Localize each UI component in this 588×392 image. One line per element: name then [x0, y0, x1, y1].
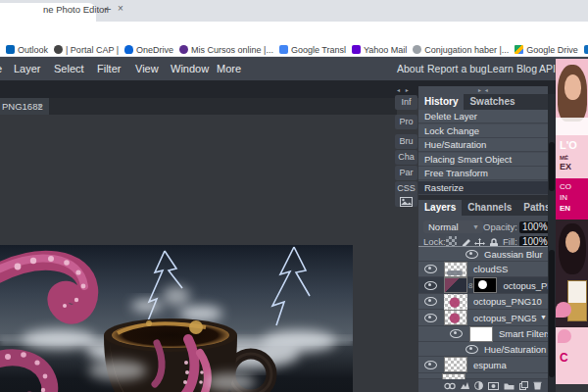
layer-thumbnail[interactable] — [444, 294, 467, 310]
link-report-a-bug[interactable]: Report a bug — [427, 57, 487, 80]
link-learn[interactable]: Learn — [487, 57, 514, 80]
layer-thumbnail[interactable] — [444, 262, 467, 277]
panel-collapse-arrows-icon[interactable]: ▸ ◂ — [478, 86, 489, 93]
ad-footer-text: C — [560, 351, 568, 365]
bookmark-mis-cursos[interactable]: Mis Cursos online |... — [179, 45, 273, 55]
ad-model-face — [564, 74, 581, 100]
ad-band-line2: IN — [560, 193, 567, 202]
layer-thumbnail[interactable] — [444, 310, 467, 325]
visibility-eye-icon[interactable] — [424, 314, 437, 322]
strip-collapse-arrows-icon[interactable]: ◂ ▸ — [397, 86, 411, 93]
layer-thumbnail[interactable] — [444, 357, 467, 372]
visibility-eye-icon[interactable] — [424, 265, 437, 273]
layer-row-octopus-png10[interactable]: octopus_PNG10 — [418, 294, 548, 310]
history-step-rasterize[interactable]: Rasterize — [418, 181, 548, 195]
canvas-image[interactable] — [0, 245, 353, 392]
layer-row-espuma[interactable]: espuma — [418, 357, 548, 373]
lock-position-icon[interactable] — [474, 235, 485, 246]
mask-link-icon[interactable]: 8 — [468, 281, 472, 290]
panel-tab-histogram[interactable] — [395, 193, 417, 207]
panel-tab-character[interactable]: Cha — [395, 150, 417, 165]
ad-product-box — [567, 280, 587, 321]
visibility-eye-icon[interactable] — [424, 297, 437, 306]
browser-tab-strip: ne Photo Editor × + — [0, 0, 588, 22]
onedrive-icon — [124, 45, 133, 54]
history-step-lock-change[interactable]: Lock Change — [418, 124, 548, 138]
layer-row-octopus-png5[interactable]: octopus_PNG5 — [418, 310, 548, 326]
bookmark-outlook[interactable]: Outlook — [6, 45, 48, 55]
menu-filter[interactable]: Filter — [97, 57, 121, 80]
adjustment-layer-icon[interactable] — [474, 381, 483, 390]
layer-row-smart-filters[interactable]: Smart Filters — [418, 326, 548, 342]
bookmark-portal-cap[interactable]: | Portal CAP | — [54, 45, 119, 55]
visibility-eye-icon[interactable] — [450, 329, 463, 338]
tab-channels[interactable]: Channels — [462, 200, 517, 216]
link-blog[interactable]: Blog — [516, 57, 537, 80]
layer-row-cloudss[interactable]: cloudSS — [418, 262, 548, 277]
panel-tab-properties[interactable]: Pro — [395, 115, 417, 129]
visibility-eye-icon[interactable] — [424, 361, 437, 369]
menu-select[interactable]: Select — [54, 57, 84, 80]
advertisement[interactable]: L'O MÉ EX CO IN EN C — [556, 59, 588, 384]
lock-all-icon[interactable] — [489, 235, 500, 246]
ad-band: CO IN EN — [556, 178, 588, 220]
bookmark-google-drive[interactable]: Google Drive — [514, 45, 578, 55]
history-step-hue-saturation[interactable]: Hue/Saturation — [418, 138, 548, 152]
layers-opacity-label: Opacity: — [483, 221, 517, 232]
layer-row-octopus-png10-masked[interactable]: 8 octopus_PNG10 — [418, 277, 548, 294]
panel-tab-paragraph[interactable]: Par — [395, 166, 417, 180]
image-icon — [400, 197, 413, 207]
visibility-eye-icon[interactable] — [466, 345, 478, 354]
bookmark-conjugation[interactable]: Conjugation haber |... — [413, 45, 509, 55]
new-group-icon[interactable] — [504, 382, 514, 390]
layers-scrollbar-thumb[interactable] — [549, 250, 555, 377]
document-tab-close-icon[interactable]: × — [37, 98, 42, 115]
tab-layers[interactable]: Layers — [418, 200, 462, 216]
bookmark-google-translate[interactable]: Google Transl — [279, 45, 346, 55]
lock-pixels-icon[interactable] — [461, 235, 471, 246]
layer-style-icon[interactable] — [461, 381, 469, 390]
menu-layer[interactable]: Layer — [14, 57, 41, 80]
layer-thumbnail[interactable] — [444, 277, 467, 293]
layer-thumbnail[interactable] — [442, 373, 466, 379]
yammer-icon — [584, 45, 588, 54]
link-about[interactable]: About — [397, 57, 423, 80]
layer-row-filter-hue-saturation[interactable]: Hue/Saturation — [418, 342, 548, 357]
blend-mode-dropdown[interactable]: Normal▼ — [423, 220, 483, 233]
add-mask-icon[interactable] — [488, 382, 499, 390]
bookmark-onedrive[interactable]: OneDrive — [124, 45, 173, 55]
yahoo-icon — [352, 45, 361, 54]
menu-window[interactable]: Window — [171, 57, 209, 80]
menu-view[interactable]: View — [135, 57, 159, 80]
ad-band-line3: EN — [560, 204, 570, 213]
visibility-eye-icon[interactable] — [424, 281, 437, 290]
panel-tab-info[interactable]: Inf — [395, 95, 417, 110]
bookmark-yahoo-mail[interactable]: Yahoo Mail — [352, 45, 407, 55]
new-layer-icon[interactable] — [519, 381, 528, 390]
bookmark-yammer[interactable]: Yammer — [584, 45, 588, 55]
new-tab-button[interactable]: + — [104, 2, 112, 17]
layer-mask-thumbnail[interactable] — [473, 277, 497, 293]
delete-layer-icon[interactable] — [533, 381, 542, 390]
layer-row-filter-gaussian-blur[interactable]: Gaussian Blur — [418, 247, 548, 262]
ad-line2: EX — [560, 162, 571, 172]
visibility-eye-icon[interactable] — [466, 250, 478, 259]
history-scrollbar-thumb[interactable] — [549, 142, 555, 191]
tab-history[interactable]: History — [418, 94, 464, 110]
ad-flower-2 — [558, 329, 571, 343]
link-api[interactable]: API — [539, 57, 556, 80]
history-step-placing-smart-object[interactable]: Placing Smart Object — [418, 153, 548, 167]
tab-swatches[interactable]: Swatches — [464, 94, 520, 110]
link-layers-icon[interactable] — [444, 382, 456, 390]
tab-close-icon[interactable]: × — [118, 3, 123, 14]
smart-filter-thumbnail[interactable] — [469, 326, 493, 342]
chevron-down-icon: ▼ — [472, 219, 479, 236]
panel-tab-brush[interactable]: Bru — [395, 134, 417, 149]
history-step-free-transform[interactable]: Free Transform — [418, 167, 548, 180]
canvas-area[interactable] — [0, 115, 397, 392]
menu-more[interactable]: More — [217, 57, 241, 80]
history-step-delete-layer[interactable]: Delete Layer — [418, 110, 548, 123]
smart-filters-collapse-icon[interactable]: ▼ — [540, 314, 547, 320]
menu-image-clipped[interactable]: e — [0, 57, 2, 80]
ad-model2-face — [565, 231, 580, 253]
